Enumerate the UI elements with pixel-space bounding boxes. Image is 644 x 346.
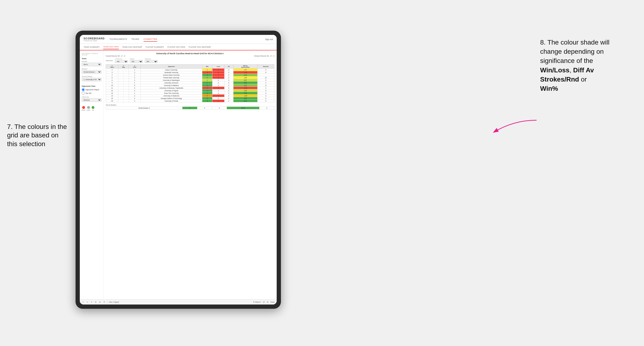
col-opponent: Opponent: [140, 65, 202, 69]
region-filter-select[interactable]: (All): [130, 60, 143, 63]
cell-win: 0: [202, 71, 212, 74]
cell-conf: 1: [129, 92, 140, 95]
sub-nav-team-summary[interactable]: TEAM SUMMARY: [84, 45, 100, 49]
toolbar-back[interactable]: ↶: [90, 301, 93, 303]
radio-opponents-played[interactable]: Opponents Played: [82, 88, 101, 91]
cell-reg: -: [118, 100, 129, 102]
table-row: 11 - 6 University of Arkansas, Fayettevi…: [106, 87, 274, 89]
sub-nav-player-summary[interactable]: PLAYER SUMMARY: [146, 45, 164, 49]
cell-tie: 0: [224, 71, 233, 74]
sub-nav-team-h2h-heatmap[interactable]: TEAM H2H HEATMAP: [122, 45, 142, 49]
cell-reg: -: [118, 87, 129, 89]
sign-out-button[interactable]: Sign out: [265, 38, 273, 40]
sub-nav-player-h2h-grid[interactable]: PLAYER H2H GRID: [167, 45, 185, 49]
cell-rounds: 3: [257, 79, 274, 82]
h2h-table: #Rank #Reg #Conf Opponent Win Loss Tie D…: [106, 64, 274, 102]
cell-tie: 0: [224, 87, 233, 89]
sub-nav-team-h2h-grid[interactable]: TEAM H2H GRID: [103, 45, 119, 49]
toolbar-copy[interactable]: ⧉: [94, 301, 97, 303]
cell-diff: 2.28: [233, 74, 257, 76]
conference-filter-select[interactable]: (All): [115, 60, 128, 63]
legend-area: Down Level Up: [82, 106, 101, 111]
table-row: 2 - 1 Auburn University 2 1 0 1.67 9: [106, 69, 274, 71]
ood-rounds: 3: [260, 107, 274, 109]
annotation-bold-winloss: Win/Loss: [540, 66, 570, 74]
cell-rounds: 9: [257, 100, 274, 102]
toolbar-watch[interactable]: 👁 Watch ▾: [253, 301, 261, 303]
annotation-comma: ,: [570, 66, 573, 74]
cell-conf: 2: [129, 95, 140, 97]
toolbar-grid-icon[interactable]: ⊞: [267, 301, 268, 303]
table-row: 14 - 2 University of Oklahoma 0 1 0 -1.0…: [106, 95, 274, 97]
cell-reg: -: [118, 79, 129, 82]
cell-opponent: Auburn University: [140, 69, 202, 71]
opponent-view-title: Opponent View: [82, 85, 101, 87]
toolbar-paste[interactable]: ⊕: [98, 301, 101, 303]
cell-loss: 0: [212, 84, 224, 87]
cell-loss: 0: [212, 97, 224, 100]
sub-nav: TEAM SUMMARY TEAM H2H GRID TEAM H2H HEAT…: [80, 44, 277, 50]
cell-rounds: 9: [257, 69, 274, 71]
cell-rounds: 3: [257, 87, 274, 89]
region-filter: Region (All): [130, 58, 143, 63]
ood-win: 1: [182, 107, 197, 109]
gender-select[interactable]: Men's: [82, 63, 102, 66]
toolbar-share[interactable]: Share: [270, 301, 275, 303]
cell-rounds: [257, 74, 274, 76]
nav-teams[interactable]: TEAMS: [131, 37, 139, 42]
cell-diff: 3.67: [233, 79, 257, 82]
cell-diff: 2.33: [233, 89, 257, 92]
nav-tournaments[interactable]: TOURNAMENTS: [109, 37, 127, 42]
conference-filter: Conference (All): [115, 58, 128, 63]
toolbar-undo[interactable]: ↩: [82, 301, 84, 303]
school-select[interactable]: 1. University of Nort...: [82, 78, 102, 81]
cell-rank: 9: [106, 82, 118, 84]
cell-opponent: University of Arkansas, Fayetteville: [140, 87, 202, 89]
cell-conf: 2: [129, 71, 140, 74]
col-rank: #Rank: [106, 65, 118, 69]
region-filter-label: Region: [130, 58, 143, 60]
ood-tie: 0: [212, 107, 227, 109]
annotation-left-text: The colours in the grid are based on thi…: [7, 123, 67, 148]
nav-committee[interactable]: COMMITTEE: [144, 37, 158, 42]
toolbar-redo[interactable]: ↪: [86, 301, 89, 303]
cell-loss: 1: [212, 74, 224, 76]
table-row: 6 - 2 Florida State University 4 2 0 1.8…: [106, 76, 274, 79]
cell-rank: 4: [106, 74, 118, 76]
colour-by-select[interactable]: Win/loss: [82, 98, 102, 102]
cell-rank: 13: [106, 92, 118, 95]
division-select[interactable]: NCAA Division I: [82, 70, 102, 74]
cell-reg: -: [118, 89, 129, 92]
opponent-view-radios: Opponents Played Top 100: [82, 88, 101, 95]
tablet-container: SCOREBOARD Powered by clippd TOURNAMENTS…: [76, 31, 281, 309]
cell-tie: 0: [224, 97, 233, 100]
opponents-label: Opponents:: [106, 60, 113, 61]
last-updated-time: 16:55:38: [82, 54, 87, 56]
cell-rank: 3: [106, 71, 118, 74]
out-of-division-label: Out of division: [106, 104, 274, 106]
out-of-division-row: NCAA Division II 1 0 0 26.00 3: [106, 107, 274, 109]
table-row: 15 - 4 Georgia Institute of Technology 5…: [106, 97, 274, 100]
cell-conf: 1: [129, 69, 140, 71]
opponent-filter-select[interactable]: (All): [145, 60, 158, 63]
col-rounds: Rounds: [257, 65, 274, 69]
top-nav: SCOREBOARD Powered by clippd TOURNAMENTS…: [80, 35, 277, 44]
legend-label-down: Down: [82, 109, 85, 111]
col-reg: #Reg: [118, 65, 129, 69]
legend-label-level: Level: [87, 109, 90, 111]
logo-area: SCOREBOARD Powered by clippd: [84, 37, 104, 41]
cell-loss: 2: [212, 76, 224, 79]
ood-diff: 26.00: [227, 107, 260, 109]
cell-rank: 6: [106, 76, 118, 79]
sub-nav-player-h2h-heatmap[interactable]: PLAYER H2H HEATMAP: [188, 45, 211, 49]
cell-opponent: Vanderbilt University: [140, 71, 202, 74]
conference-filter-label: Conference: [115, 58, 128, 60]
toolbar-comment[interactable]: 💬: [263, 301, 265, 303]
cell-loss: 1: [212, 95, 224, 97]
radio-top-100[interactable]: Top 100: [82, 92, 101, 95]
cell-loss: 0: [212, 82, 224, 84]
toolbar-clock[interactable]: ⏱: [103, 301, 106, 303]
cell-conf: 2: [129, 79, 140, 82]
cell-loss: 0: [212, 92, 224, 95]
cell-win: 3: [202, 100, 212, 102]
